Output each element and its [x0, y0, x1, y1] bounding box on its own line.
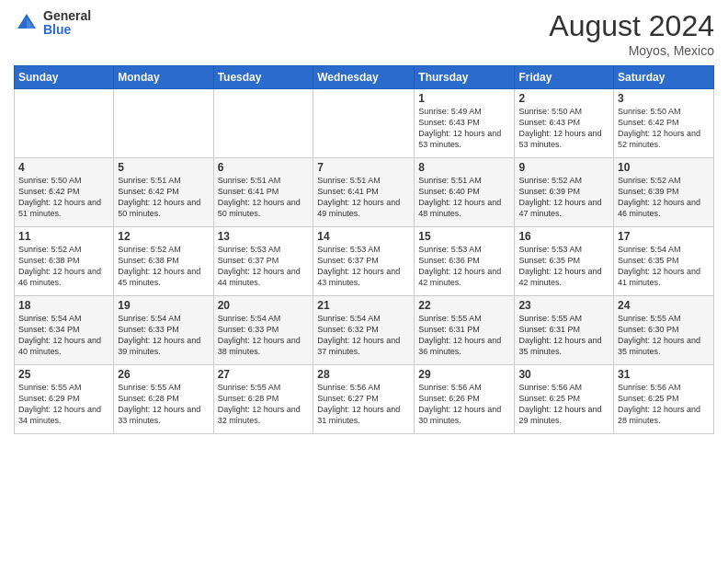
day-number: 30: [518, 368, 609, 381]
day-info: Sunrise: 5:56 AM Sunset: 6:25 PM Dayligh…: [518, 382, 609, 427]
day-number: 20: [218, 299, 310, 312]
day-number: 13: [218, 230, 310, 243]
day-number: 27: [218, 368, 310, 381]
cell-2-4: 15Sunrise: 5:53 AM Sunset: 6:36 PM Dayli…: [415, 227, 515, 296]
cell-0-1: [114, 89, 213, 158]
day-number: 23: [518, 299, 609, 312]
cell-3-3: 21Sunrise: 5:54 AM Sunset: 6:32 PM Dayli…: [313, 296, 415, 365]
cell-2-5: 16Sunrise: 5:53 AM Sunset: 6:35 PM Dayli…: [515, 227, 614, 296]
day-info: Sunrise: 5:56 AM Sunset: 6:25 PM Dayligh…: [618, 382, 710, 427]
day-number: 9: [518, 161, 609, 174]
cell-4-0: 25Sunrise: 5:55 AM Sunset: 6:29 PM Dayli…: [15, 365, 114, 434]
month-title: August 2024: [549, 9, 714, 43]
day-info: Sunrise: 5:50 AM Sunset: 6:42 PM Dayligh…: [618, 106, 710, 151]
cell-1-1: 5Sunrise: 5:51 AM Sunset: 6:42 PM Daylig…: [114, 158, 213, 227]
cell-3-0: 18Sunrise: 5:54 AM Sunset: 6:34 PM Dayli…: [15, 296, 114, 365]
cell-0-3: [313, 89, 415, 158]
day-number: 1: [418, 92, 510, 105]
day-number: 14: [317, 230, 410, 243]
day-info: Sunrise: 5:54 AM Sunset: 6:33 PM Dayligh…: [218, 313, 310, 358]
day-info: Sunrise: 5:51 AM Sunset: 6:41 PM Dayligh…: [317, 175, 410, 220]
cell-2-0: 11Sunrise: 5:52 AM Sunset: 6:38 PM Dayli…: [15, 227, 114, 296]
cell-4-2: 27Sunrise: 5:55 AM Sunset: 6:28 PM Dayli…: [213, 365, 313, 434]
cell-1-2: 6Sunrise: 5:51 AM Sunset: 6:41 PM Daylig…: [213, 158, 313, 227]
cell-1-3: 7Sunrise: 5:51 AM Sunset: 6:41 PM Daylig…: [313, 158, 415, 227]
cell-1-6: 10Sunrise: 5:52 AM Sunset: 6:39 PM Dayli…: [614, 158, 714, 227]
day-number: 17: [618, 230, 710, 243]
cell-2-3: 14Sunrise: 5:53 AM Sunset: 6:37 PM Dayli…: [313, 227, 415, 296]
day-info: Sunrise: 5:54 AM Sunset: 6:34 PM Dayligh…: [18, 313, 109, 358]
logo-blue: Blue: [43, 23, 91, 37]
day-info: Sunrise: 5:52 AM Sunset: 6:38 PM Dayligh…: [18, 244, 109, 289]
logo-icon: [14, 10, 40, 36]
header-friday: Friday: [515, 66, 614, 89]
cell-1-0: 4Sunrise: 5:50 AM Sunset: 6:42 PM Daylig…: [15, 158, 114, 227]
week-row-2: 4Sunrise: 5:50 AM Sunset: 6:42 PM Daylig…: [15, 158, 714, 227]
day-info: Sunrise: 5:55 AM Sunset: 6:28 PM Dayligh…: [218, 382, 310, 427]
header-monday: Monday: [114, 66, 213, 89]
header-tuesday: Tuesday: [213, 66, 313, 89]
cell-3-5: 23Sunrise: 5:55 AM Sunset: 6:31 PM Dayli…: [515, 296, 614, 365]
day-info: Sunrise: 5:54 AM Sunset: 6:32 PM Dayligh…: [317, 313, 410, 358]
day-info: Sunrise: 5:50 AM Sunset: 6:43 PM Dayligh…: [518, 106, 609, 151]
page: General Blue August 2024 Moyos, Mexico S…: [0, 0, 728, 563]
cell-3-4: 22Sunrise: 5:55 AM Sunset: 6:31 PM Dayli…: [415, 296, 515, 365]
weekday-header-row: Sunday Monday Tuesday Wednesday Thursday…: [15, 66, 714, 89]
day-number: 24: [618, 299, 710, 312]
cell-4-1: 26Sunrise: 5:55 AM Sunset: 6:28 PM Dayli…: [114, 365, 213, 434]
day-info: Sunrise: 5:53 AM Sunset: 6:35 PM Dayligh…: [518, 244, 609, 289]
day-info: Sunrise: 5:55 AM Sunset: 6:29 PM Dayligh…: [18, 382, 109, 427]
location: Moyos, Mexico: [549, 43, 714, 58]
header-saturday: Saturday: [614, 66, 714, 89]
cell-0-0: [15, 89, 114, 158]
cell-0-2: [213, 89, 313, 158]
day-info: Sunrise: 5:56 AM Sunset: 6:27 PM Dayligh…: [317, 382, 410, 427]
day-info: Sunrise: 5:54 AM Sunset: 6:33 PM Dayligh…: [118, 313, 209, 358]
day-number: 29: [418, 368, 510, 381]
cell-3-2: 20Sunrise: 5:54 AM Sunset: 6:33 PM Dayli…: [213, 296, 313, 365]
day-info: Sunrise: 5:53 AM Sunset: 6:36 PM Dayligh…: [418, 244, 510, 289]
cell-3-1: 19Sunrise: 5:54 AM Sunset: 6:33 PM Dayli…: [114, 296, 213, 365]
day-info: Sunrise: 5:55 AM Sunset: 6:31 PM Dayligh…: [418, 313, 510, 358]
cell-0-6: 3Sunrise: 5:50 AM Sunset: 6:42 PM Daylig…: [614, 89, 714, 158]
day-number: 5: [118, 161, 209, 174]
day-number: 16: [518, 230, 609, 243]
logo-text: General Blue: [43, 9, 91, 38]
day-info: Sunrise: 5:51 AM Sunset: 6:42 PM Dayligh…: [118, 175, 209, 220]
cell-2-2: 13Sunrise: 5:53 AM Sunset: 6:37 PM Dayli…: [213, 227, 313, 296]
day-info: Sunrise: 5:50 AM Sunset: 6:42 PM Dayligh…: [18, 175, 109, 220]
cell-2-6: 17Sunrise: 5:54 AM Sunset: 6:35 PM Dayli…: [614, 227, 714, 296]
week-row-4: 18Sunrise: 5:54 AM Sunset: 6:34 PM Dayli…: [15, 296, 714, 365]
day-number: 6: [218, 161, 310, 174]
week-row-5: 25Sunrise: 5:55 AM Sunset: 6:29 PM Dayli…: [15, 365, 714, 434]
logo-general: General: [43, 9, 91, 23]
day-info: Sunrise: 5:55 AM Sunset: 6:31 PM Dayligh…: [518, 313, 609, 358]
cell-4-4: 29Sunrise: 5:56 AM Sunset: 6:26 PM Dayli…: [415, 365, 515, 434]
cell-3-6: 24Sunrise: 5:55 AM Sunset: 6:30 PM Dayli…: [614, 296, 714, 365]
week-row-1: 1Sunrise: 5:49 AM Sunset: 6:43 PM Daylig…: [15, 89, 714, 158]
day-number: 15: [418, 230, 510, 243]
day-number: 31: [618, 368, 710, 381]
day-info: Sunrise: 5:53 AM Sunset: 6:37 PM Dayligh…: [317, 244, 410, 289]
cell-4-5: 30Sunrise: 5:56 AM Sunset: 6:25 PM Dayli…: [515, 365, 614, 434]
day-info: Sunrise: 5:52 AM Sunset: 6:38 PM Dayligh…: [118, 244, 209, 289]
cell-0-4: 1Sunrise: 5:49 AM Sunset: 6:43 PM Daylig…: [415, 89, 515, 158]
header-wednesday: Wednesday: [313, 66, 415, 89]
cell-4-3: 28Sunrise: 5:56 AM Sunset: 6:27 PM Dayli…: [313, 365, 415, 434]
day-number: 12: [118, 230, 209, 243]
day-info: Sunrise: 5:51 AM Sunset: 6:40 PM Dayligh…: [418, 175, 510, 220]
day-info: Sunrise: 5:55 AM Sunset: 6:28 PM Dayligh…: [118, 382, 209, 427]
header-sunday: Sunday: [15, 66, 114, 89]
day-number: 11: [18, 230, 109, 243]
header: General Blue August 2024 Moyos, Mexico: [14, 9, 714, 58]
day-number: 4: [18, 161, 109, 174]
header-thursday: Thursday: [415, 66, 515, 89]
day-number: 10: [618, 161, 710, 174]
day-number: 22: [418, 299, 510, 312]
cell-4-6: 31Sunrise: 5:56 AM Sunset: 6:25 PM Dayli…: [614, 365, 714, 434]
cell-0-5: 2Sunrise: 5:50 AM Sunset: 6:43 PM Daylig…: [515, 89, 614, 158]
day-number: 26: [118, 368, 209, 381]
day-number: 8: [418, 161, 510, 174]
day-info: Sunrise: 5:49 AM Sunset: 6:43 PM Dayligh…: [418, 106, 510, 151]
calendar-table: Sunday Monday Tuesday Wednesday Thursday…: [14, 65, 714, 434]
